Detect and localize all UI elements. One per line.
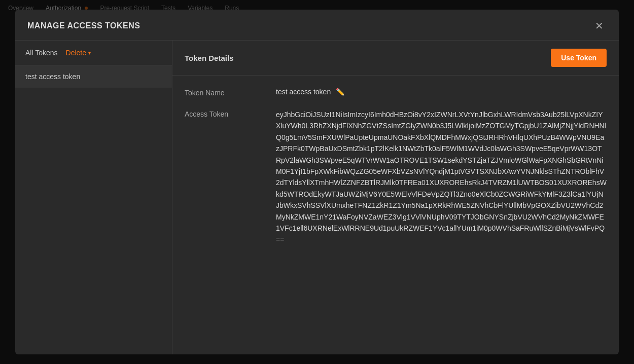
token-list: test access token bbox=[15, 65, 172, 354]
token-name-value: test access token bbox=[276, 88, 331, 96]
modal-header: MANAGE ACCESS TOKENS ✕ bbox=[15, 10, 619, 41]
access-token-label: Access Token bbox=[185, 109, 276, 118]
access-token-row: Access Token eyJhbGciOiJSUzI1NiIsImIzcyI… bbox=[185, 109, 607, 245]
token-name-label: Token Name bbox=[185, 88, 276, 97]
chevron-down-icon: ▾ bbox=[88, 50, 91, 56]
token-list-item[interactable]: test access token bbox=[15, 65, 172, 88]
delete-button[interactable]: Delete ▾ bbox=[66, 49, 91, 57]
sidebar-header: All Tokens Delete ▾ bbox=[15, 41, 172, 65]
manage-access-tokens-modal: MANAGE ACCESS TOKENS ✕ All Tokens Delete… bbox=[15, 10, 619, 354]
token-name-value-group: test access token ✏️ bbox=[276, 88, 344, 96]
access-token-value: eyJhbGciOiJSUzI1NiIsImIzcyI6Imh0dHBzOi8v… bbox=[276, 109, 607, 245]
use-token-button[interactable]: Use Token bbox=[551, 49, 607, 67]
token-details-title: Token Details bbox=[185, 54, 233, 62]
token-details-header: Token Details Use Token bbox=[172, 41, 619, 76]
modal-title: MANAGE ACCESS TOKENS bbox=[27, 21, 140, 30]
edit-token-name-icon[interactable]: ✏️ bbox=[336, 88, 344, 96]
token-name-row: Token Name test access token ✏️ bbox=[185, 88, 607, 97]
sidebar: All Tokens Delete ▾ test access token bbox=[15, 41, 172, 354]
token-details-body: Token Name test access token ✏️ Access T… bbox=[172, 76, 619, 354]
modal-body: All Tokens Delete ▾ test access token To… bbox=[15, 41, 619, 354]
close-button[interactable]: ✕ bbox=[592, 20, 607, 32]
main-content: Token Details Use Token Token Name test … bbox=[172, 41, 619, 354]
all-tokens-label: All Tokens bbox=[25, 49, 58, 57]
modal-overlay: MANAGE ACCESS TOKENS ✕ All Tokens Delete… bbox=[0, 0, 634, 364]
